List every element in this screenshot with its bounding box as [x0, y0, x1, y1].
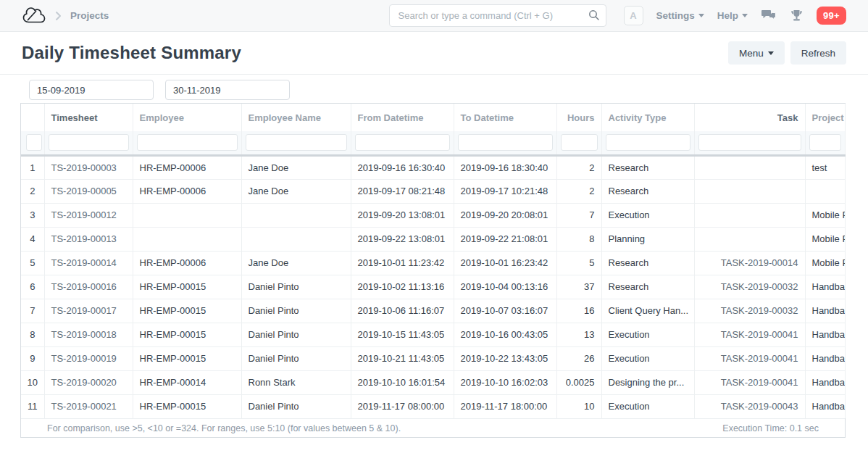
cell-hours[interactable]: 10	[556, 394, 601, 418]
column-header-timesheet[interactable]: Timesheet	[44, 104, 133, 131]
trophy-icon[interactable]	[790, 9, 804, 22]
column-header-activity_type[interactable]: Activity Type	[601, 104, 694, 131]
cell-timesheet[interactable]: TS-2019-00020	[44, 370, 133, 394]
cell-from_datetime[interactable]: 2019-10-10 16:01:54	[351, 370, 454, 394]
cell-employee_name[interactable]: Jane Doe	[241, 251, 351, 275]
column-header-employee_name[interactable]: Employee Name	[241, 104, 351, 131]
cell-idx[interactable]: 11	[21, 394, 44, 418]
cell-employee_name[interactable]	[241, 227, 351, 251]
cell-to_datetime[interactable]: 2019-10-22 13:43:05	[454, 346, 556, 370]
cell-hours[interactable]: 2	[556, 179, 601, 203]
cell-timesheet[interactable]: TS-2019-00016	[44, 275, 133, 299]
cell-task[interactable]: TASK-2019-00043	[694, 394, 805, 418]
column-filter-input-employee[interactable]	[137, 134, 238, 151]
menu-button[interactable]: Menu	[728, 41, 785, 65]
cell-idx[interactable]: 4	[21, 227, 44, 251]
cell-idx[interactable]: 3	[21, 203, 44, 227]
cell-timesheet[interactable]: TS-2019-00017	[44, 299, 133, 323]
cell-employee[interactable]: HR-EMP-00006	[133, 155, 241, 179]
cell-employee[interactable]: HR-EMP-00014	[133, 370, 241, 394]
cell-activity_type[interactable]: Execution	[601, 346, 694, 370]
cell-activity_type[interactable]: Designing the pr...	[601, 370, 694, 394]
cell-employee[interactable]: HR-EMP-00006	[133, 251, 241, 275]
cell-project[interactable]: Mobile P	[805, 203, 845, 227]
column-filter-input-task[interactable]	[698, 134, 801, 151]
cell-activity_type[interactable]: Execution	[601, 394, 694, 418]
cell-activity_type[interactable]: Research	[601, 179, 694, 203]
cell-task[interactable]: TASK-2019-00032	[694, 299, 805, 323]
refresh-button[interactable]: Refresh	[790, 41, 846, 65]
cell-project[interactable]: Mobile P	[805, 227, 845, 251]
cell-hours[interactable]: 7	[556, 203, 601, 227]
cell-idx[interactable]: 8	[21, 323, 44, 346]
cell-employee_name[interactable]: Daniel Pinto	[241, 299, 351, 323]
cell-timesheet[interactable]: TS-2019-00014	[44, 251, 133, 275]
column-filter-input-timesheet[interactable]	[49, 134, 129, 151]
cell-employee[interactable]: HR-EMP-00006	[133, 179, 241, 203]
cell-employee_name[interactable]: Daniel Pinto	[241, 346, 351, 370]
cell-to_datetime[interactable]: 2019-09-22 21:08:01	[454, 227, 556, 251]
cell-to_datetime[interactable]: 2019-11-17 18:00:00	[454, 394, 556, 418]
cell-idx[interactable]: 10	[21, 370, 44, 394]
cell-employee[interactable]: HR-EMP-00015	[133, 275, 241, 299]
cell-from_datetime[interactable]: 2019-10-06 11:16:07	[351, 299, 454, 323]
column-header-task[interactable]: Task	[694, 104, 805, 131]
cell-activity_type[interactable]: Research	[601, 155, 694, 179]
cell-idx[interactable]: 9	[21, 346, 44, 370]
cell-from_datetime[interactable]: 2019-10-01 11:23:42	[351, 251, 454, 275]
cell-timesheet[interactable]: TS-2019-00013	[44, 227, 133, 251]
cell-from_datetime[interactable]: 2019-11-17 08:00:00	[351, 394, 454, 418]
cell-employee_name[interactable]: Ronn Stark	[241, 370, 351, 394]
cell-to_datetime[interactable]: 2019-10-16 00:43:05	[454, 323, 556, 346]
cell-timesheet[interactable]: TS-2019-00012	[44, 203, 133, 227]
cell-task[interactable]	[694, 203, 805, 227]
cell-project[interactable]: Handbag	[805, 370, 845, 394]
notification-count-badge[interactable]: 99+	[817, 7, 846, 25]
column-filter-input-employee_name[interactable]	[246, 134, 347, 151]
cell-hours[interactable]: 5	[556, 251, 601, 275]
column-header-hours[interactable]: Hours	[556, 104, 601, 131]
column-filter-input-hours[interactable]	[561, 134, 598, 151]
cell-from_datetime[interactable]: 2019-09-22 13:08:01	[351, 227, 454, 251]
cell-employee[interactable]	[133, 227, 241, 251]
cell-idx[interactable]: 5	[21, 251, 44, 275]
cell-timesheet[interactable]: TS-2019-00003	[44, 155, 133, 179]
cell-hours[interactable]: 37	[556, 275, 601, 299]
column-header-idx[interactable]	[21, 104, 44, 131]
cell-employee_name[interactable]: Daniel Pinto	[241, 323, 351, 346]
cell-employee_name[interactable]: Daniel Pinto	[241, 275, 351, 299]
cell-hours[interactable]: 0.0025	[556, 370, 601, 394]
cell-to_datetime[interactable]: 2019-09-17 10:21:48	[454, 179, 556, 203]
cell-hours[interactable]: 26	[556, 346, 601, 370]
cell-project[interactable]: Mobile P	[805, 251, 845, 275]
cell-from_datetime[interactable]: 2019-09-20 13:08:01	[351, 203, 454, 227]
cell-hours[interactable]: 8	[556, 227, 601, 251]
column-filter-input-to_datetime[interactable]	[458, 134, 553, 151]
cell-employee_name[interactable]	[241, 203, 351, 227]
cell-from_datetime[interactable]: 2019-10-02 11:13:16	[351, 275, 454, 299]
cell-task[interactable]: TASK-2019-00041	[694, 323, 805, 346]
cell-project[interactable]: Handbag	[805, 394, 845, 418]
cell-timesheet[interactable]: TS-2019-00021	[44, 394, 133, 418]
cell-employee_name[interactable]: Jane Doe	[241, 179, 351, 203]
column-filter-input-from_datetime[interactable]	[355, 134, 450, 151]
cell-timesheet[interactable]: TS-2019-00018	[44, 323, 133, 346]
help-menu[interactable]: Help	[717, 10, 748, 21]
cell-employee[interactable]: HR-EMP-00015	[133, 346, 241, 370]
cell-idx[interactable]: 6	[21, 275, 44, 299]
cell-idx[interactable]: 2	[21, 179, 44, 203]
cell-from_datetime[interactable]: 2019-09-17 08:21:48	[351, 179, 454, 203]
cell-from_datetime[interactable]: 2019-10-15 11:43:05	[351, 323, 454, 346]
settings-menu[interactable]: Settings	[656, 10, 704, 21]
cell-task[interactable]	[694, 155, 805, 179]
column-header-employee[interactable]: Employee	[133, 104, 241, 131]
cell-employee[interactable]: HR-EMP-00015	[133, 394, 241, 418]
column-filter-input-idx[interactable]	[26, 134, 42, 151]
cell-hours[interactable]: 13	[556, 323, 601, 346]
column-filter-input-project[interactable]	[809, 134, 841, 151]
cell-to_datetime[interactable]: 2019-10-10 16:02:03	[454, 370, 556, 394]
cell-to_datetime[interactable]: 2019-09-20 20:08:01	[454, 203, 556, 227]
cell-project[interactable]: Handbag	[805, 275, 845, 299]
cell-activity_type[interactable]: Client Query Han...	[601, 299, 694, 323]
cell-idx[interactable]: 7	[21, 299, 44, 323]
